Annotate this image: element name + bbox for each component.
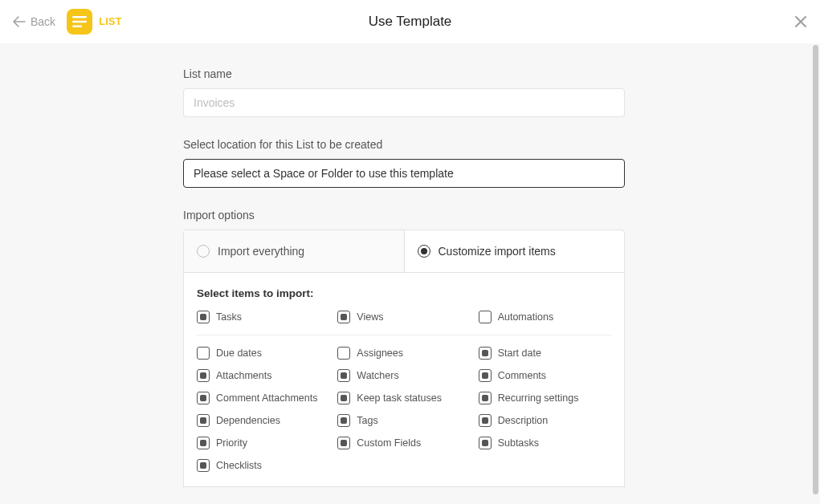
- checkbox-automations[interactable]: Automations: [479, 311, 611, 323]
- location-label: Select location for this List to be crea…: [183, 138, 625, 151]
- checkbox-icon: [197, 347, 210, 360]
- checkbox-tasks[interactable]: Tasks: [197, 311, 329, 323]
- import-options-label: Import options: [183, 209, 625, 222]
- checkbox-label: Priority: [216, 437, 247, 449]
- import-items-panel: Select items to import: TasksViewsAutoma…: [183, 273, 625, 487]
- checkbox-icon: [479, 369, 492, 382]
- checkbox-assignees[interactable]: Assignees: [337, 347, 470, 360]
- page-title: Use Template: [369, 14, 452, 30]
- checkbox-attachments[interactable]: Attachments: [197, 369, 329, 382]
- checkbox-keep-task-statuses[interactable]: Keep task statuses: [337, 392, 470, 404]
- list-name-section: List name: [183, 67, 625, 117]
- checkbox-icon: [197, 414, 210, 427]
- checkbox-icon: [337, 437, 350, 449]
- checkbox-label: Views: [357, 311, 383, 323]
- customize-import-option[interactable]: Customize import items: [405, 230, 625, 272]
- import-everything-option[interactable]: Import everything: [184, 230, 405, 272]
- checkbox-description[interactable]: Description: [479, 414, 611, 427]
- checkbox-label: Assignees: [357, 348, 403, 359]
- location-placeholder: Please select a Space or Folder to use t…: [194, 167, 454, 180]
- import-toggle: Import everything Customize import items: [183, 230, 625, 273]
- radio-icon: [418, 245, 430, 258]
- import-col-2: Start dateCommentsRecurring settingsDesc…: [479, 347, 611, 472]
- scrollbar[interactable]: [813, 45, 818, 494]
- checkbox-label: Description: [498, 415, 549, 426]
- import-top-row: TasksViewsAutomations: [197, 311, 611, 335]
- import-items-grid: Due datesAttachmentsComment AttachmentsD…: [197, 347, 611, 472]
- checkbox-subtasks[interactable]: Subtasks: [479, 437, 611, 449]
- checkbox-icon: [197, 369, 210, 382]
- customize-import-label: Customize import items: [439, 245, 556, 258]
- checkbox-label: Recurring settings: [498, 392, 579, 404]
- back-label: Back: [31, 15, 55, 28]
- checkbox-icon: [479, 392, 492, 404]
- svg-rect-0: [72, 16, 87, 18]
- close-icon: [793, 14, 809, 30]
- checkbox-icon: [197, 459, 210, 472]
- radio-icon: [197, 245, 210, 258]
- checkbox-dependencies[interactable]: Dependencies: [197, 414, 329, 427]
- list-name-label: List name: [183, 67, 625, 80]
- checkbox-views[interactable]: Views: [337, 311, 470, 323]
- location-section: Select location for this List to be crea…: [183, 138, 625, 188]
- checkbox-label: Custom Fields: [357, 437, 421, 449]
- list-name-input[interactable]: [183, 88, 625, 117]
- list-icon: [67, 9, 92, 35]
- checkbox-label: Tags: [357, 415, 377, 426]
- checkbox-comments[interactable]: Comments: [479, 369, 611, 382]
- import-everything-label: Import everything: [218, 245, 304, 258]
- checkbox-custom-fields[interactable]: Custom Fields: [337, 437, 470, 449]
- checkbox-priority[interactable]: Priority: [197, 437, 329, 449]
- checkbox-watchers[interactable]: Watchers: [337, 369, 470, 382]
- checkbox-label: Start date: [498, 348, 541, 359]
- checkbox-icon: [337, 414, 350, 427]
- checkbox-icon: [197, 392, 210, 404]
- checkbox-icon: [337, 369, 350, 382]
- arrow-left-icon: [13, 16, 26, 27]
- checkbox-comment-attachments[interactable]: Comment Attachments: [197, 392, 329, 404]
- checkbox-label: Comment Attachments: [216, 392, 317, 404]
- checkbox-label: Tasks: [216, 311, 242, 323]
- select-items-label: Select items to import:: [197, 287, 611, 299]
- checkbox-icon: [337, 347, 350, 360]
- checkbox-label: Automations: [498, 311, 553, 323]
- checkbox-icon: [479, 347, 492, 360]
- checkbox-due-dates[interactable]: Due dates: [197, 347, 329, 360]
- import-section: Import options Import everything Customi…: [183, 209, 625, 487]
- checkbox-icon: [479, 414, 492, 427]
- list-chip-label: LIST: [99, 16, 122, 27]
- location-select[interactable]: Please select a Space or Folder to use t…: [183, 159, 625, 188]
- checkbox-icon: [337, 311, 350, 323]
- checkbox-label: Attachments: [216, 370, 271, 381]
- top-bar: Back LIST Use Template: [0, 0, 820, 43]
- content-area: List name Select location for this List …: [0, 43, 820, 504]
- close-button[interactable]: [793, 14, 809, 30]
- back-button[interactable]: Back: [13, 15, 55, 28]
- svg-rect-2: [72, 25, 82, 27]
- checkbox-recurring-settings[interactable]: Recurring settings: [479, 392, 611, 404]
- checkbox-tags[interactable]: Tags: [337, 414, 470, 427]
- checkbox-label: Checklists: [216, 460, 262, 471]
- checkbox-label: Due dates: [216, 348, 262, 359]
- checkbox-icon: [479, 311, 492, 323]
- checkbox-label: Dependencies: [216, 415, 280, 426]
- checkbox-icon: [337, 392, 350, 404]
- checkbox-icon: [479, 437, 492, 449]
- checkbox-start-date[interactable]: Start date: [479, 347, 611, 360]
- list-chip: LIST: [67, 9, 122, 35]
- checkbox-icon: [197, 437, 210, 449]
- svg-rect-1: [72, 21, 87, 23]
- checkbox-label: Watchers: [357, 370, 398, 381]
- checkbox-label: Subtasks: [498, 437, 539, 449]
- checkbox-icon: [197, 311, 210, 323]
- checkbox-label: Keep task statuses: [357, 392, 442, 404]
- import-col-1: AssigneesWatchersKeep task statusesTagsC…: [337, 347, 470, 472]
- import-col-0: Due datesAttachmentsComment AttachmentsD…: [197, 347, 329, 472]
- checkbox-label: Comments: [498, 370, 546, 381]
- checkbox-checklists[interactable]: Checklists: [197, 459, 329, 472]
